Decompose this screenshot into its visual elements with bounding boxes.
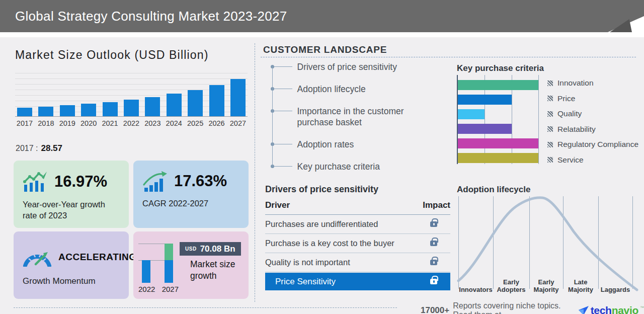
growth-years: 2022 2027: [138, 285, 179, 293]
list-item-label: Key purchase criteria: [297, 161, 380, 173]
bar-2027-growth-segment: [165, 244, 173, 260]
market-years: 2017201820192020202120222023202420252026…: [15, 119, 248, 127]
market-size-bar: [209, 85, 224, 116]
yoy-growth-card: 16.97% Year-over-Year growth rate of 202…: [14, 161, 129, 228]
market-size-title: Market Size Outlook (USD Billion): [15, 48, 209, 62]
criteria-bar: [458, 109, 485, 119]
price-sensitivity-row: Price Sensitivity: [265, 273, 450, 290]
list-item-label: Drivers of price sensitivity: [297, 61, 397, 73]
bar-column: [37, 107, 54, 116]
speedometer-icon: [23, 248, 52, 267]
reports-count: 17000+: [421, 305, 449, 314]
technavio-arrow-icon: [578, 305, 589, 314]
list-item: Adoption lifecycle: [272, 84, 438, 95]
lock-icon: [430, 279, 437, 284]
drivers-table-header: Driver Impact: [265, 200, 450, 215]
axis-tick-label: 2027: [229, 119, 247, 127]
axis-tick-label: 2018: [37, 119, 54, 127]
criteria-bar: [458, 124, 512, 134]
legend-label: Service: [557, 155, 584, 165]
vertical-divider: [255, 43, 255, 302]
legend-label: Quality: [557, 109, 582, 118]
legend-item: Price: [547, 94, 638, 104]
lifecycle-stage-label: Early Adopters: [493, 279, 529, 294]
bar-column: [187, 90, 204, 116]
axis-tick-label: 2019: [59, 119, 76, 127]
bar-column: [102, 102, 119, 116]
footer: 17000+ Reports covering niche topics. Re…: [421, 301, 644, 314]
legend-hatch-icon: [547, 142, 553, 147]
legend-hatch-icon: [547, 96, 553, 101]
bar-column: [16, 108, 33, 116]
driver-label: Purchases are undifferentiated: [265, 219, 378, 229]
axis-tick-label: 2021: [102, 119, 119, 127]
market-size-bar: [124, 100, 139, 116]
lock-icon: [430, 221, 437, 227]
bullet-dot: [271, 165, 274, 168]
legend-item: Relatability: [547, 124, 638, 134]
market-size-bar: [188, 90, 203, 116]
table-row: Purchases are undifferentiated: [265, 215, 450, 234]
kpc-bars: [458, 80, 538, 163]
market-size-bar: [103, 102, 118, 116]
market-size-bar: [167, 94, 182, 116]
page-title: Global Strategy Consulting Market 2023-2…: [15, 9, 287, 24]
legend-item: Service: [547, 155, 638, 165]
criteria-bar: [458, 80, 538, 90]
bar-column: [59, 105, 76, 116]
legend-hatch-icon: [547, 81, 553, 86]
criteria-bar: [458, 95, 512, 105]
legend-item: Innovation: [547, 78, 638, 88]
bullet-dot: [271, 65, 274, 68]
logo-tech-text: tech: [591, 304, 612, 314]
axis-tick-label: 2025: [187, 119, 204, 127]
lifecycle-stage-label: Early Majority: [529, 279, 563, 294]
footer-text: Reports covering niche topics. Read them…: [453, 301, 574, 314]
growth-year-end: 2027: [162, 285, 179, 293]
bar-column: [80, 104, 97, 116]
adoption-lifecycle-heading: Adoption lifecycle: [457, 185, 530, 195]
axis-tick-label: 2017: [16, 119, 33, 127]
market-bars: [15, 73, 248, 116]
footer-divider: [14, 307, 397, 308]
market-growth-card: 2022 2027 USD 70.08 Bn Market size growt…: [133, 231, 249, 299]
connector-line: [274, 66, 292, 67]
legend-hatch-icon: [547, 126, 553, 132]
gridline: [538, 75, 539, 164]
bar-column: [208, 85, 225, 116]
list-item: Adoption rates: [272, 139, 438, 150]
cagr-value: 17.63%: [174, 172, 227, 190]
list-item: Importance in the customer purchase bask…: [272, 106, 438, 129]
cagr-label: CAGR 2022-2027: [142, 198, 240, 209]
trademark-symbol: ™: [640, 305, 644, 310]
bar-column: [166, 94, 183, 116]
connector-line: [274, 166, 292, 167]
lock-icon: [430, 241, 437, 246]
connector-line: [274, 144, 292, 144]
bar-2027: [165, 260, 173, 283]
growth-value: 70.08 Bn: [200, 244, 235, 254]
list-item-label: Adoption lifecycle: [297, 84, 366, 95]
kpc-legend: InnovationPriceQualityRelatabilityRegula…: [547, 78, 638, 165]
page-curl-fold: [610, 19, 632, 32]
growth-arrow-icon: [142, 171, 168, 192]
adoption-lifecycle-chart: InnovatorsEarly AdoptersEarly MajorityLa…: [457, 195, 639, 294]
currency-label: USD: [185, 246, 197, 252]
lifecycle-stage-label: Late Majority: [563, 279, 598, 294]
lifecycle-stage-label: Innovators: [458, 286, 493, 294]
momentum-card: ACCELERATING Growth Momentum: [14, 231, 129, 299]
list-item-label: Adoption rates: [297, 139, 354, 150]
heading-underline: [261, 57, 636, 57]
technavio-logo[interactable]: technavio ™: [578, 304, 644, 314]
list-item: Key purchase criteria: [272, 161, 438, 173]
driver-column-header: Driver: [265, 200, 290, 210]
lifecycle-stage-label: Laggards: [598, 286, 632, 294]
market-size-bar: [60, 105, 75, 116]
price-sensitivity-heading: Drivers of price sensitivity: [265, 184, 378, 195]
market-size-bar: [17, 108, 32, 116]
market-size-bar: [230, 79, 246, 116]
list-item-label: Importance in the customer purchase bask…: [297, 106, 423, 129]
drivers-table: Driver Impact Purchases are undifferenti…: [265, 200, 450, 290]
impact-column-header: Impact: [423, 200, 450, 210]
drivers-rows: Purchases are undifferentiatedPurchase i…: [265, 215, 450, 272]
